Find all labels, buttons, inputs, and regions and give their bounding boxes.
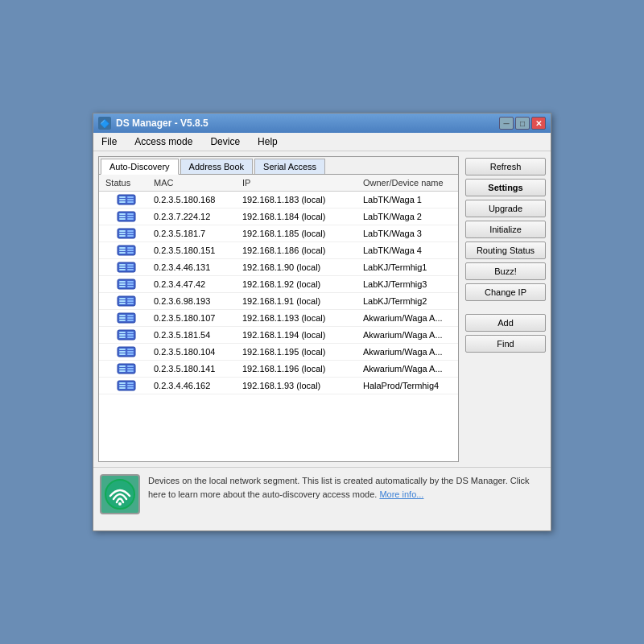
status-icon <box>102 311 151 325</box>
menu-bar: File Access mode Device Help <box>93 133 551 151</box>
main-window: 🔷 DS Manager - V5.8.5 ─ □ ✕ File Access … <box>93 113 551 531</box>
table-row[interactable]: 0.2.3.5.180.107 192.168.1.193 (local) Ak… <box>99 310 458 327</box>
row-mac: 0.2.3.5.181.7 <box>151 228 239 239</box>
status-icon <box>102 192 151 207</box>
status-icon <box>102 345 151 359</box>
routing-status-button[interactable]: Routing Status <box>465 242 546 259</box>
menu-file[interactable]: File <box>97 134 122 149</box>
table-row[interactable]: 0.2.3.7.224.12 192.168.1.184 (local) Lab… <box>99 208 458 225</box>
svg-rect-24 <box>119 252 126 254</box>
left-panel: Auto-Discovery Address Book Serial Acces… <box>98 156 459 462</box>
table-row[interactable]: 0.2.3.5.181.54 192.168.1.194 (local) Akw… <box>99 327 458 344</box>
row-mac: 0.2.3.5.180.104 <box>151 346 239 357</box>
row-mac: 0.2.3.7.224.12 <box>151 211 239 222</box>
buzz-button[interactable]: Buzz! <box>465 262 546 280</box>
row-ip: 192.168.1.92 (local) <box>239 279 360 290</box>
more-info-link[interactable]: More info... <box>379 489 423 499</box>
table-row[interactable]: 0.2.3.5.180.104 192.168.1.195 (local) Ak… <box>99 344 458 361</box>
row-mac: 0.2.3.5.180.151 <box>151 245 239 256</box>
row-device-name: LabKJ/Termhig3 <box>360 279 455 290</box>
row-ip: 192.168.1.93 (local) <box>239 380 360 391</box>
svg-rect-82 <box>127 385 134 386</box>
table-row[interactable]: 0.2.3.6.98.193 192.168.1.91 (local) LabK… <box>99 293 458 310</box>
svg-rect-22 <box>119 247 126 249</box>
tab-auto-discovery[interactable]: Auto-Discovery <box>101 159 179 175</box>
svg-rect-68 <box>127 351 134 353</box>
table-row[interactable]: 0.2.3.4.47.42 192.168.1.92 (local) LabKJ… <box>99 276 458 293</box>
row-ip: 192.168.1.195 (local) <box>239 346 360 357</box>
svg-rect-11 <box>127 213 134 215</box>
row-mac: 0.2.3.5.180.141 <box>151 363 239 374</box>
svg-rect-72 <box>119 368 126 369</box>
svg-rect-19 <box>127 233 134 234</box>
table-row[interactable]: 0.2.3.5.180.141 192.168.1.196 (local) Ak… <box>99 361 458 378</box>
table-row[interactable]: 0.2.3.5.180.151 192.168.1.186 (local) La… <box>99 242 458 259</box>
footer-description: Devices on the local network segment. Th… <box>148 474 544 501</box>
svg-rect-76 <box>127 370 134 372</box>
svg-rect-83 <box>127 387 134 389</box>
content-area: Auto-Discovery Address Book Serial Acces… <box>93 151 551 467</box>
row-mac: 0.2.3.5.181.54 <box>151 329 239 341</box>
svg-rect-2 <box>119 199 126 200</box>
menu-access-mode[interactable]: Access mode <box>130 134 197 149</box>
svg-rect-20 <box>127 235 134 237</box>
tab-serial-access[interactable]: Serial Access <box>254 159 325 174</box>
close-button[interactable]: ✕ <box>531 117 546 130</box>
footer-main-text: Devices on the local network segment. Th… <box>148 476 530 499</box>
initialize-button[interactable]: Initialize <box>465 221 546 238</box>
refresh-button[interactable]: Refresh <box>465 158 546 175</box>
svg-rect-45 <box>119 303 126 304</box>
svg-rect-30 <box>119 266 126 268</box>
svg-rect-57 <box>119 332 126 333</box>
maximize-button[interactable]: □ <box>515 117 530 130</box>
svg-rect-4 <box>127 196 134 198</box>
svg-rect-62 <box>127 336 134 338</box>
svg-rect-18 <box>127 230 134 232</box>
svg-rect-3 <box>119 201 126 203</box>
menu-device[interactable]: Device <box>205 134 245 149</box>
row-device-name: HalaProd/Termhig4 <box>360 380 455 391</box>
status-icon <box>102 243 151 258</box>
header-mac: MAC <box>151 176 239 189</box>
svg-rect-1 <box>119 196 126 198</box>
row-ip: 192.168.1.185 (local) <box>239 228 360 239</box>
row-ip: 192.168.1.90 (local) <box>239 262 360 273</box>
find-button[interactable]: Find <box>465 335 546 353</box>
svg-rect-67 <box>127 349 134 350</box>
row-device-name: Akwarium/Waga A... <box>360 329 455 341</box>
svg-rect-8 <box>119 213 126 215</box>
row-device-name: LabKJ/Termhig1 <box>360 262 455 273</box>
row-ip: 192.168.1.91 (local) <box>239 295 360 307</box>
status-icon <box>102 226 151 241</box>
svg-rect-55 <box>127 320 134 321</box>
table-row[interactable]: 0.2.3.5.180.168 192.168.1.183 (local) La… <box>99 192 458 208</box>
svg-rect-40 <box>127 283 134 285</box>
svg-rect-41 <box>127 286 134 287</box>
svg-rect-12 <box>127 216 134 217</box>
add-button[interactable]: Add <box>465 314 546 332</box>
change-ip-button[interactable]: Change IP <box>465 283 546 301</box>
svg-rect-69 <box>127 353 134 355</box>
svg-rect-5 <box>127 199 134 200</box>
table-row[interactable]: 0.2.3.5.181.7 192.168.1.185 (local) LabT… <box>99 225 458 242</box>
svg-rect-47 <box>127 300 134 302</box>
tab-address-book[interactable]: Address Book <box>180 159 253 174</box>
table-row[interactable]: 0.2.3.4.46.131 192.168.1.90 (local) LabK… <box>99 259 458 276</box>
svg-rect-75 <box>127 368 134 369</box>
svg-point-85 <box>118 502 122 506</box>
row-ip: 192.168.1.194 (local) <box>239 329 360 341</box>
row-device-name: LabTK/Waga 2 <box>360 211 455 222</box>
row-ip: 192.168.1.196 (local) <box>239 363 360 374</box>
settings-button[interactable]: Settings <box>465 179 546 196</box>
upgrade-button[interactable]: Upgrade <box>465 200 546 217</box>
svg-rect-79 <box>119 385 126 386</box>
row-device-name: LabTK/Waga 3 <box>360 228 455 239</box>
svg-rect-53 <box>127 315 134 316</box>
footer-icon <box>100 474 140 514</box>
svg-rect-44 <box>119 300 126 302</box>
svg-rect-64 <box>119 349 126 350</box>
menu-help[interactable]: Help <box>253 134 283 149</box>
minimize-button[interactable]: ─ <box>499 117 514 130</box>
table-row[interactable]: 0.2.3.4.46.162 192.168.1.93 (local) Hala… <box>99 378 458 394</box>
svg-rect-27 <box>127 252 134 254</box>
